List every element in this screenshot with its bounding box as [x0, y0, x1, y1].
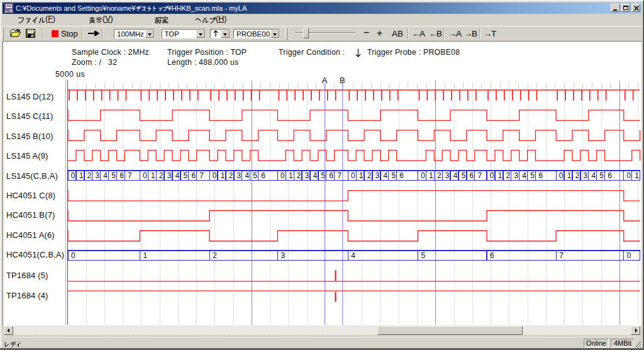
- svg-text:7: 7: [128, 171, 132, 180]
- svg-text:0: 0: [351, 171, 355, 180]
- svg-text:LS145 B(10): LS145 B(10): [6, 132, 53, 141]
- svg-text:3: 3: [584, 171, 588, 180]
- svg-text:1: 1: [567, 171, 572, 180]
- svg-text:2: 2: [159, 171, 164, 180]
- svg-text:LS145(C,B,A): LS145(C,B,A): [6, 171, 58, 181]
- svg-text:1: 1: [359, 171, 364, 180]
- svg-text:6: 6: [470, 171, 474, 180]
- svg-text:3: 3: [280, 251, 285, 260]
- svg-text:0: 0: [627, 251, 631, 260]
- svg-text:HC4051 A(6): HC4051 A(6): [6, 230, 55, 240]
- svg-text:6: 6: [608, 171, 612, 180]
- svg-text:2: 2: [367, 171, 372, 180]
- svg-text:3: 3: [95, 171, 99, 180]
- svg-text:3: 3: [514, 171, 518, 180]
- svg-text:0: 0: [626, 171, 631, 180]
- svg-text:4: 4: [175, 171, 180, 180]
- svg-text:4: 4: [313, 171, 318, 180]
- svg-text:5: 5: [253, 171, 257, 180]
- svg-text:3: 3: [237, 171, 242, 180]
- svg-text:3: 3: [375, 171, 380, 180]
- svg-text:7: 7: [477, 171, 482, 180]
- svg-text:HC4051 C(8): HC4051 C(8): [6, 191, 55, 200]
- svg-text:HC4051(C,B,A): HC4051(C,B,A): [6, 250, 64, 259]
- svg-text:0: 0: [280, 171, 285, 180]
- svg-text:1: 1: [289, 171, 293, 180]
- svg-text:6: 6: [329, 171, 333, 180]
- svg-text:0: 0: [490, 171, 494, 180]
- svg-text:0: 0: [71, 171, 75, 180]
- svg-text:7: 7: [337, 171, 341, 180]
- svg-text:B: B: [340, 76, 345, 85]
- svg-text:5: 5: [462, 171, 466, 180]
- svg-text:5: 5: [184, 171, 188, 180]
- svg-text:6: 6: [261, 171, 265, 180]
- svg-text:3: 3: [167, 171, 172, 180]
- svg-text:2: 2: [229, 171, 233, 180]
- svg-text:HC4051 B(7): HC4051 B(7): [6, 210, 55, 220]
- svg-text:4: 4: [522, 171, 526, 180]
- svg-text:6: 6: [490, 251, 494, 260]
- svg-text:6: 6: [119, 171, 124, 180]
- svg-text:1: 1: [143, 251, 147, 260]
- svg-text:0: 0: [213, 171, 217, 180]
- svg-text:4: 4: [453, 171, 458, 180]
- svg-text:TP1684 (4): TP1684 (4): [6, 291, 48, 300]
- svg-text:3: 3: [305, 171, 309, 180]
- svg-text:5: 5: [111, 171, 116, 180]
- svg-text:LS145 A(9): LS145 A(9): [6, 151, 48, 161]
- svg-text:LS145 C(11): LS145 C(11): [6, 111, 53, 121]
- svg-text:2: 2: [506, 171, 511, 180]
- svg-text:5: 5: [530, 171, 535, 180]
- svg-text:6: 6: [191, 171, 196, 180]
- svg-text:5: 5: [421, 251, 426, 260]
- svg-text:1: 1: [429, 171, 433, 180]
- svg-text:0: 0: [143, 171, 147, 180]
- svg-text:6: 6: [399, 171, 404, 180]
- svg-text:0: 0: [71, 251, 75, 260]
- svg-text:6: 6: [538, 171, 543, 180]
- svg-text:5: 5: [599, 171, 604, 180]
- svg-text:7: 7: [559, 251, 564, 260]
- svg-text:5: 5: [391, 171, 396, 180]
- svg-text:2: 2: [575, 171, 580, 180]
- svg-text:2: 2: [297, 171, 301, 180]
- svg-text:1: 1: [79, 171, 84, 180]
- svg-text:1: 1: [635, 171, 639, 180]
- svg-text:TP1684 (5): TP1684 (5): [6, 271, 48, 280]
- svg-text:2: 2: [437, 171, 441, 180]
- svg-text:3: 3: [445, 171, 450, 180]
- svg-text:7: 7: [199, 171, 204, 180]
- svg-text:4: 4: [245, 171, 249, 180]
- svg-text:5: 5: [321, 171, 326, 180]
- svg-text:0: 0: [559, 171, 564, 180]
- svg-text:LS145 D(12): LS145 D(12): [6, 92, 53, 101]
- svg-text:1: 1: [498, 171, 502, 180]
- svg-text:2: 2: [87, 171, 92, 180]
- svg-text:2: 2: [213, 251, 217, 260]
- svg-text:A: A: [322, 76, 328, 85]
- svg-text:0: 0: [421, 171, 425, 180]
- svg-text:4: 4: [351, 251, 355, 260]
- svg-text:1: 1: [221, 171, 225, 180]
- svg-text:4: 4: [103, 171, 108, 180]
- svg-text:4: 4: [384, 171, 388, 180]
- svg-text:4: 4: [591, 171, 596, 180]
- svg-text:1: 1: [151, 171, 155, 180]
